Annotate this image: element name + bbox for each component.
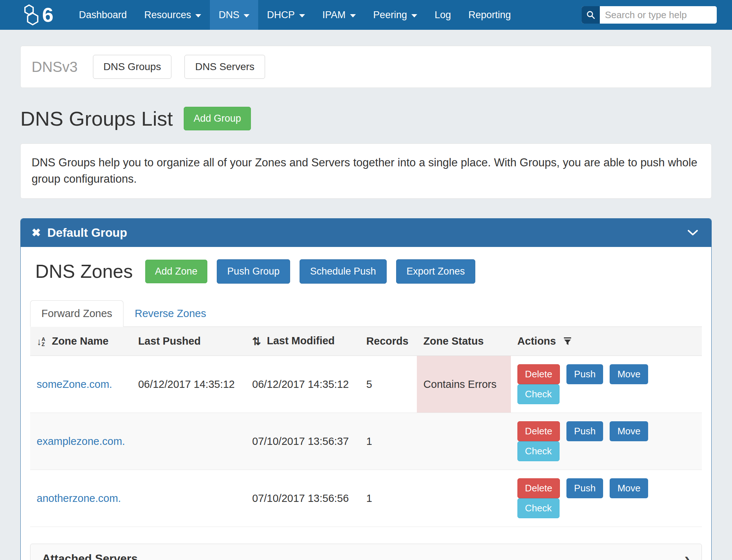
column-label: Zone Status xyxy=(423,335,484,347)
column-records[interactable]: Records xyxy=(360,327,417,356)
sort-alpha-icon[interactable]: ↓ A Z xyxy=(37,337,45,347)
nav-item-reporting[interactable]: Reporting xyxy=(460,0,520,30)
app-logo[interactable]: 6 xyxy=(20,0,53,30)
sort-icon[interactable]: ⇅ xyxy=(252,336,261,347)
check-button[interactable]: Check xyxy=(517,441,560,461)
group-panel-header[interactable]: ✖ Default Group xyxy=(21,219,711,247)
nav-item-peering[interactable]: Peering xyxy=(365,0,426,30)
zone-link[interactable]: anotherzone.com. xyxy=(37,492,121,504)
column-label: Records xyxy=(366,335,408,347)
search-icon[interactable] xyxy=(582,6,600,24)
description-text: DNS Groups help you to organize all of y… xyxy=(32,156,697,185)
zone-name-cell: anotherzone.com. xyxy=(30,470,131,527)
export-zones-button[interactable]: Export Zones xyxy=(396,259,476,284)
push-button[interactable]: Push xyxy=(566,364,603,384)
column-actions: Actions xyxy=(511,327,702,356)
zone-link[interactable]: examplezone.com. xyxy=(37,435,125,447)
check-button[interactable]: Check xyxy=(517,498,560,518)
last-pushed-cell xyxy=(131,470,245,527)
column-zone-status[interactable]: Zone Status xyxy=(417,327,511,356)
move-button[interactable]: Move xyxy=(610,478,648,498)
zones-tabs: Forward Zones Reverse Zones xyxy=(30,300,702,327)
zone-link[interactable]: someZone.com. xyxy=(37,378,112,390)
delete-button[interactable]: Delete xyxy=(517,364,560,384)
nav-label: Dashboard xyxy=(79,9,127,21)
table-row: examplezone.com. 07/10/2017 13:56:37 1 D… xyxy=(30,413,702,470)
move-button[interactable]: Move xyxy=(610,421,648,441)
caret-down-icon xyxy=(195,14,201,17)
nav-label: DHCP xyxy=(267,9,295,21)
filter-icon[interactable] xyxy=(563,337,572,346)
logo-number: 6 xyxy=(42,5,53,25)
table-header-row: ↓ A Z Zone Name Last Pushed ⇅ Las xyxy=(30,327,702,356)
last-pushed-cell: 06/12/2017 14:35:12 xyxy=(131,356,245,413)
description-box: DNS Groups help you to organize all of y… xyxy=(20,143,712,199)
caret-down-icon xyxy=(350,14,356,17)
group-panel-body: DNS Zones Add Zone Push Group Schedule P… xyxy=(21,247,711,560)
accordion-title: Attached Servers xyxy=(42,552,138,560)
column-label: Last Modified xyxy=(267,335,335,346)
close-icon[interactable]: ✖ xyxy=(32,227,41,238)
delete-button[interactable]: Delete xyxy=(517,421,560,441)
delete-button[interactable]: Delete xyxy=(517,478,560,498)
tab-reverse-zones[interactable]: Reverse Zones xyxy=(123,300,217,327)
chevron-down-icon[interactable] xyxy=(687,230,700,236)
main-nav: Dashboard Resources DNS DHCP IPAM Peerin… xyxy=(70,0,520,30)
push-button[interactable]: Push xyxy=(566,421,603,441)
nav-label: IPAM xyxy=(322,9,346,21)
search-input[interactable] xyxy=(600,6,717,24)
last-pushed-cell xyxy=(131,413,245,470)
dns-servers-button[interactable]: DNS Servers xyxy=(184,55,265,79)
caret-down-icon xyxy=(244,14,249,17)
last-modified-cell: 07/10/2017 13:56:37 xyxy=(246,413,360,470)
nav-item-ipam[interactable]: IPAM xyxy=(314,0,365,30)
tab-forward-zones[interactable]: Forward Zones xyxy=(30,300,123,327)
nav-item-dashboard[interactable]: Dashboard xyxy=(70,0,135,30)
column-zone-name[interactable]: ↓ A Z Zone Name xyxy=(30,327,131,356)
default-group-panel: ✖ Default Group DNS Zones Add Zone Push … xyxy=(20,218,712,560)
caret-down-icon xyxy=(299,14,305,17)
table-row: anotherzone.com. 07/10/2017 13:56:56 1 D… xyxy=(30,470,702,527)
page-title: DNS Groups List xyxy=(20,107,173,130)
dns-zones-toolbar: DNS Zones Add Zone Push Group Schedule P… xyxy=(30,259,702,284)
caret-down-icon xyxy=(411,14,417,17)
schedule-push-button[interactable]: Schedule Push xyxy=(300,259,387,284)
zones-table: ↓ A Z Zone Name Last Pushed ⇅ Las xyxy=(30,327,702,527)
zone-name-cell: examplezone.com. xyxy=(30,413,131,470)
actions-cell: Delete Push Move Check xyxy=(511,470,702,527)
nav-item-log[interactable]: Log xyxy=(426,0,460,30)
zone-status-cell xyxy=(417,470,511,527)
push-group-button[interactable]: Push Group xyxy=(217,259,290,284)
column-last-modified[interactable]: ⇅ Last Modified xyxy=(246,327,360,356)
zone-name-cell: someZone.com. xyxy=(30,356,131,413)
column-label: Last Pushed xyxy=(138,335,200,347)
zone-status-cell xyxy=(417,413,511,470)
table-row: someZone.com. 06/12/2017 14:35:12 06/12/… xyxy=(30,356,702,413)
push-button[interactable]: Push xyxy=(566,478,603,498)
nav-label: Reporting xyxy=(468,9,511,21)
column-label: Zone Name xyxy=(52,335,109,347)
logo-hexagons-icon xyxy=(20,4,41,26)
check-button[interactable]: Check xyxy=(517,384,560,404)
nav-item-dhcp[interactable]: DHCP xyxy=(258,0,314,30)
records-cell: 5 xyxy=(360,356,417,413)
accordion-attached-servers[interactable]: Attached Servers › xyxy=(30,544,702,560)
breadcrumb-title: DNSv3 xyxy=(32,59,78,75)
actions-cell: Delete Push Move Check xyxy=(511,356,702,413)
nav-label: Peering xyxy=(373,9,407,21)
nav-label: DNS xyxy=(219,9,239,21)
nav-item-resources[interactable]: Resources xyxy=(135,0,210,30)
global-search xyxy=(582,6,717,24)
add-group-button[interactable]: Add Group xyxy=(184,107,251,130)
breadcrumb: DNSv3 DNS Groups DNS Servers xyxy=(20,46,712,88)
last-modified-cell: 06/12/2017 14:35:12 xyxy=(246,356,360,413)
add-zone-button[interactable]: Add Zone xyxy=(145,260,207,283)
dns-zones-heading: DNS Zones xyxy=(35,260,133,282)
nav-item-dns[interactable]: DNS xyxy=(210,0,258,30)
column-last-pushed[interactable]: Last Pushed xyxy=(131,327,245,356)
dns-groups-button[interactable]: DNS Groups xyxy=(93,55,172,79)
column-label: Actions xyxy=(517,335,556,347)
move-button[interactable]: Move xyxy=(610,364,648,384)
top-navbar: 6 Dashboard Resources DNS DHCP IPAM Peer… xyxy=(0,0,732,30)
nav-label: Resources xyxy=(144,9,191,21)
